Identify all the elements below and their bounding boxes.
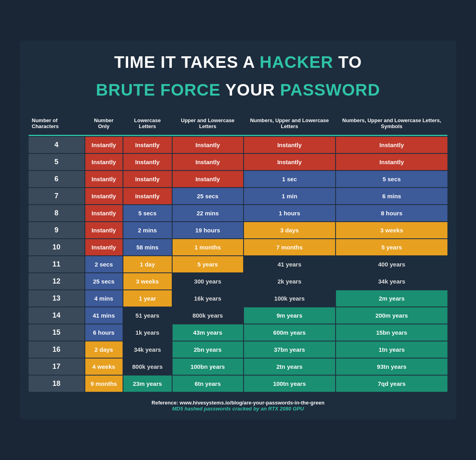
char-count-cell: 8 bbox=[29, 205, 84, 221]
table-row: 6InstantlyInstantlyInstantly1 sec5 secs bbox=[29, 171, 447, 187]
data-cell: 1k years bbox=[123, 324, 172, 341]
data-cell: 6 hours bbox=[85, 324, 123, 341]
data-cell: 1 hours bbox=[244, 205, 335, 221]
char-count-cell: 4 bbox=[29, 137, 84, 153]
data-cell: 41 years bbox=[244, 256, 335, 272]
char-count-cell: 6 bbox=[29, 171, 84, 187]
table-row: 174 weeks800k years100bn years2tn years9… bbox=[29, 358, 447, 375]
data-cell: Instantly bbox=[336, 154, 447, 170]
col-header-chars: Number of Characters bbox=[29, 113, 84, 134]
data-cell: 1tn years bbox=[336, 341, 447, 358]
char-count-cell: 16 bbox=[29, 341, 84, 358]
data-cell: 2k years bbox=[244, 273, 335, 289]
data-cell: Instantly bbox=[173, 137, 243, 153]
title-line2: BRUTE FORCE YOUR PASSWORD bbox=[28, 80, 448, 100]
data-cell: Instantly bbox=[336, 137, 447, 153]
data-cell: Instantly bbox=[244, 137, 335, 153]
password-table: Number of Characters Number Only Lowerca… bbox=[28, 112, 448, 393]
data-cell: 8 hours bbox=[336, 205, 447, 221]
data-cell: 2 days bbox=[85, 341, 123, 358]
table-row: 112 secs1 day5 years41 years400 years bbox=[29, 256, 447, 272]
col-header-number: Number Only bbox=[85, 113, 123, 134]
table-row: 189 months23m years6tn years100tn years7… bbox=[29, 376, 447, 392]
data-cell: Instantly bbox=[85, 205, 123, 221]
char-count-cell: 7 bbox=[29, 188, 84, 204]
col-header-all: Numbers, Upper and Lowercase Letters, Sy… bbox=[336, 113, 447, 134]
char-count-cell: 14 bbox=[29, 307, 84, 324]
data-cell: 34k years bbox=[336, 273, 447, 289]
table-row: 1441 mins51 years800k years9m years200m … bbox=[29, 307, 447, 324]
char-count-cell: 17 bbox=[29, 358, 84, 375]
table-row: 7InstantlyInstantly25 secs1 min6 mins bbox=[29, 188, 447, 204]
data-cell: Instantly bbox=[85, 222, 123, 238]
char-count-cell: 10 bbox=[29, 239, 84, 255]
char-count-cell: 5 bbox=[29, 154, 84, 170]
data-cell: 19 hours bbox=[173, 222, 243, 238]
data-cell: 93tn years bbox=[336, 358, 447, 375]
data-cell: 51 years bbox=[123, 307, 172, 324]
data-cell: 6 mins bbox=[336, 188, 447, 204]
data-cell: 4 mins bbox=[85, 290, 123, 307]
data-cell: 6tn years bbox=[173, 376, 243, 392]
reference-section: Reference: www.hivesystems.io/blog/are-y… bbox=[28, 400, 448, 412]
data-cell: 3 weeks bbox=[123, 273, 172, 289]
data-cell: 9 months bbox=[85, 376, 123, 392]
data-cell: 5 secs bbox=[123, 205, 172, 221]
data-cell: 300 years bbox=[173, 273, 243, 289]
data-cell: 100bn years bbox=[173, 358, 243, 375]
table-row: 4InstantlyInstantlyInstantlyInstantlyIns… bbox=[29, 137, 447, 153]
data-cell: 100tn years bbox=[244, 376, 335, 392]
data-cell: Instantly bbox=[123, 154, 172, 170]
data-cell: Instantly bbox=[244, 154, 335, 170]
title-line1: TIME IT TAKES A HACKER TO bbox=[28, 52, 448, 72]
table-header: Number of Characters Number Only Lowerca… bbox=[29, 113, 447, 136]
data-cell: 15bn years bbox=[336, 324, 447, 341]
data-cell: 58 mins bbox=[123, 239, 172, 255]
col-header-upper-lower: Upper and Lowercase Letters bbox=[173, 113, 243, 134]
data-cell: Instantly bbox=[85, 137, 123, 153]
data-cell: 2bn years bbox=[173, 341, 243, 358]
table-row: 162 days34k years2bn years37bn years1tn … bbox=[29, 341, 447, 358]
data-cell: Instantly bbox=[85, 171, 123, 187]
table-row: 156 hours1k years43m years600m years15bn… bbox=[29, 324, 447, 341]
data-cell: Instantly bbox=[123, 188, 172, 204]
table-row: 5InstantlyInstantlyInstantlyInstantlyIns… bbox=[29, 154, 447, 170]
data-cell: 9m years bbox=[244, 307, 335, 324]
table-row: 1225 secs3 weeks300 years2k years34k yea… bbox=[29, 273, 447, 289]
table-body: 4InstantlyInstantlyInstantlyInstantlyIns… bbox=[29, 137, 447, 392]
char-count-cell: 15 bbox=[29, 324, 84, 341]
data-cell: 1 day bbox=[123, 256, 172, 272]
data-cell: 5 years bbox=[173, 256, 243, 272]
data-cell: 7qd years bbox=[336, 376, 447, 392]
data-cell: 600m years bbox=[244, 324, 335, 341]
col-header-num-upper-lower: Numbers, Upper and Lowercase Letters bbox=[244, 113, 335, 134]
data-cell: 23m years bbox=[123, 376, 172, 392]
data-cell: 1 year bbox=[123, 290, 172, 307]
data-cell: 34k years bbox=[123, 341, 172, 358]
data-cell: 100k years bbox=[244, 290, 335, 307]
data-cell: Instantly bbox=[123, 137, 172, 153]
data-cell: 5 secs bbox=[336, 171, 447, 187]
data-cell: 5 years bbox=[336, 239, 447, 255]
data-cell: 2 secs bbox=[85, 256, 123, 272]
data-cell: 1 sec bbox=[244, 171, 335, 187]
data-cell: Instantly bbox=[85, 239, 123, 255]
reference-line2: MD5 hashed passwords cracked by an RTX 2… bbox=[28, 406, 448, 412]
data-cell: Instantly bbox=[123, 171, 172, 187]
header-row: Number of Characters Number Only Lowerca… bbox=[29, 113, 447, 134]
data-cell: 41 mins bbox=[85, 307, 123, 324]
page-title: TIME IT TAKES A HACKER TO BRUTE FORCE YO… bbox=[28, 52, 448, 100]
data-cell: 37bn years bbox=[244, 341, 335, 358]
data-cell: 1 min bbox=[244, 188, 335, 204]
data-cell: 800k years bbox=[173, 307, 243, 324]
data-cell: 400 years bbox=[336, 256, 447, 272]
table-row: 9Instantly2 mins19 hours3 days3 weeks bbox=[29, 222, 447, 238]
data-cell: 2 mins bbox=[123, 222, 172, 238]
data-cell: Instantly bbox=[173, 154, 243, 170]
char-count-cell: 12 bbox=[29, 273, 84, 289]
data-cell: 2m years bbox=[336, 290, 447, 307]
data-cell: 43m years bbox=[173, 324, 243, 341]
data-cell: 7 months bbox=[244, 239, 335, 255]
data-cell: 25 secs bbox=[173, 188, 243, 204]
char-count-cell: 9 bbox=[29, 222, 84, 238]
